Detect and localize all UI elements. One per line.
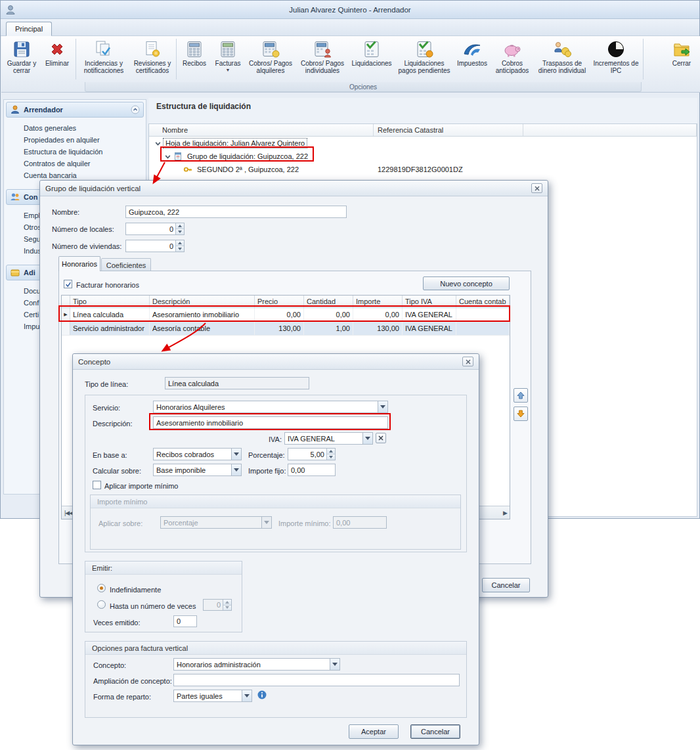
chevron-down-icon[interactable] [378, 401, 387, 412]
tree-empty-cell [523, 163, 697, 176]
chevron-down-icon[interactable] [231, 464, 241, 475]
expand-chevron-icon[interactable] [164, 153, 171, 160]
calcular-sobre-combo[interactable]: Base imponible [153, 464, 242, 476]
ampliacion-input[interactable] [173, 674, 460, 686]
spin-down-icon[interactable] [176, 246, 184, 252]
nuevo-concepto-button[interactable]: Nuevo concepto [423, 276, 510, 290]
sidebar-section-arrendador[interactable]: Arrendador [6, 102, 144, 118]
expand-chevron-icon[interactable] [154, 140, 162, 147]
ribbon-button-incidencias-y-notificaciones[interactable]: Incidencias y notificaciones [77, 37, 130, 81]
grid-column-importe[interactable]: Importe [353, 296, 403, 307]
tree-empty-cell [523, 137, 697, 150]
chevron-down-icon[interactable] [231, 449, 241, 460]
dialog-grupo-titlebar[interactable]: Grupo de liquidación vertical [40, 181, 548, 196]
ribbon-button-revisiones-y-certificados[interactable]: Revisiones y certificados [130, 37, 175, 81]
ribbon-button-label: Cobros/ Pagos individuales [297, 60, 348, 74]
grid-column-tipo-iva[interactable]: Tipo IVA [403, 296, 456, 307]
hasta-veces-radio[interactable] [97, 600, 106, 609]
spinner-buttons[interactable] [175, 240, 184, 252]
aplicar-minimo-checkbox[interactable] [93, 481, 101, 489]
window-titlebar[interactable]: Julian Alvarez Quintero - Arrendador [1, 1, 699, 19]
spin-up-icon[interactable] [176, 240, 184, 246]
grid-column-cuenta-contab[interactable]: Cuenta contab [456, 296, 510, 307]
ribbon-button-cobros-anticipados[interactable]: Cobros anticipados [491, 37, 534, 81]
cancelar-button[interactable]: Cancelar [410, 724, 460, 739]
close-icon[interactable] [462, 357, 473, 366]
tab-honorarios[interactable]: Honorarios [58, 256, 100, 271]
tree-column-empty[interactable] [523, 124, 697, 136]
grid-row[interactable]: Servicio administradorAsesoría contable1… [62, 322, 510, 336]
dialog-grupo-title: Grupo de liquidación vertical [45, 185, 141, 192]
chevron-down-icon[interactable] [330, 659, 339, 670]
ribbon-button-traspasos-de-dinero-individual[interactable]: Traspasos de dinero individual [534, 37, 590, 81]
clear-iva-button[interactable] [376, 433, 386, 443]
move-up-button[interactable] [514, 388, 528, 403]
porcentaje-spinner[interactable]: 5,00 [288, 448, 336, 460]
chevron-up-icon[interactable] [131, 105, 140, 114]
grid-row[interactable]: ▶Línea calculadaAsesoramiento inmobiliar… [62, 308, 510, 322]
concepto-combo[interactable]: Honorarios administración [173, 658, 340, 671]
tree-name-cell: Grupo de liquidación: Guipuzcoa, 222 [149, 150, 374, 163]
tree-column-referencia-catastral[interactable]: Referencia Catastral [374, 124, 523, 136]
spin-down-icon[interactable] [327, 454, 335, 460]
en-base-combo[interactable]: Recibos cobrados [153, 448, 242, 460]
tree-column-nombre[interactable]: Nombre [149, 124, 374, 136]
move-down-button[interactable] [514, 407, 528, 421]
ribbon-button-cobros-pagos-individuales[interactable]: Cobros/ Pagos individuales [296, 37, 349, 81]
ribbon-button-incrementos-de-ipc[interactable]: Incrementos de IPC [590, 37, 642, 81]
chevron-down-icon[interactable] [242, 690, 252, 701]
servicio-combo[interactable]: Honorarios Alquileres [153, 401, 388, 413]
dialog-concepto-titlebar[interactable]: Concepto [73, 354, 479, 370]
tree-row[interactable]: SEGUNDO 2ª , Guipuzcoa, 2221229819DF3812… [149, 163, 697, 176]
veces-emitido-label: Veces emitido: [93, 618, 141, 627]
closefolder-icon [672, 39, 691, 59]
grupo-cancel-button[interactable]: Cancelar [482, 578, 530, 592]
info-icon[interactable] [257, 690, 267, 699]
grid-column-descripción[interactable]: Descripción [150, 296, 255, 307]
nombre-input[interactable]: Guipuzcoa, 222 [125, 206, 347, 218]
ribbon-button-guardar-y-cerrar[interactable]: Guardar y cerrar [3, 37, 40, 81]
tree-header: NombreReferencia Catastral [149, 124, 697, 137]
facturar-honorarios-checkbox[interactable] [64, 280, 72, 288]
indefinidamente-radio[interactable] [97, 584, 106, 592]
grid-cell: Asesoramiento inmobiliario [150, 308, 255, 321]
grid-column-tipo[interactable]: Tipo [70, 296, 150, 307]
ribbon-button-eliminar[interactable]: Eliminar [40, 37, 74, 81]
spin-up-icon[interactable] [176, 223, 184, 229]
veces-emitido-input[interactable]: 0 [173, 615, 197, 627]
calcular-sobre-label: Calcular sobre: [93, 466, 141, 475]
sidebar-item-propiedades-en-alquiler[interactable]: Propiedades en alquiler [4, 134, 146, 146]
tree-row[interactable]: Hoja de liquidación: Julian Alvarez Quin… [149, 137, 697, 150]
ribbon-button-facturas[interactable]: Facturas▼ [211, 37, 245, 81]
spinner-buttons[interactable] [326, 449, 335, 460]
forma-reparto-combo[interactable]: Partes iguales [173, 690, 252, 702]
sidebar-item-datos-generales[interactable]: Datos generales [4, 122, 146, 134]
aceptar-button[interactable]: Aceptar [349, 724, 399, 739]
tab-coeficientes[interactable]: Coeficientes [101, 258, 151, 271]
spin-up-icon[interactable] [327, 449, 335, 454]
sidebar-item-estructura-de-liquidación[interactable]: Estructura de liquidación [4, 146, 146, 158]
locales-spinner[interactable]: 0 [125, 223, 185, 235]
ribbon-button-cobros-pagos-alquileres[interactable]: Cobros/ Pagos alquileres [245, 37, 296, 81]
sidebar-item-contratos-de-alquiler[interactable]: Contratos de alquiler [4, 158, 146, 169]
descripcion-input[interactable]: Asesoramiento inmobiliario [153, 416, 388, 429]
ribbon-button-impuestos[interactable]: Impuestos [454, 37, 491, 81]
iva-combo[interactable]: IVA GENERAL [284, 432, 373, 445]
grid-column-cantidad[interactable]: Cantidad [304, 296, 353, 307]
ribbon-button-liquidaciones-pagos-pendientes[interactable]: Liquidaciones pagos pendientes [395, 37, 454, 81]
grid-column-precio[interactable]: Precio [255, 296, 304, 307]
spinner-buttons[interactable] [175, 223, 184, 234]
nav-next-icon[interactable]: ▶ [503, 510, 507, 516]
liqpend-icon [414, 39, 434, 59]
chevron-down-icon[interactable] [362, 433, 372, 444]
ribbon-button-recibos[interactable]: Recibos [178, 37, 211, 81]
en-base-value: Recibos cobrados [154, 449, 231, 460]
ribbon-button-liquidaciones[interactable]: Liquidaciones [349, 37, 395, 81]
tab-principal[interactable]: Principal [6, 22, 52, 36]
ribbon-button-cerrar[interactable]: Cerrar [665, 37, 698, 81]
tree-row[interactable]: Grupo de liquidación: Guipuzcoa, 222 [149, 150, 697, 163]
close-icon[interactable] [531, 183, 542, 193]
importe-fijo-input[interactable]: 0,00 [288, 464, 336, 476]
spin-down-icon[interactable] [176, 229, 184, 234]
viviendas-spinner[interactable]: 0 [125, 240, 185, 252]
